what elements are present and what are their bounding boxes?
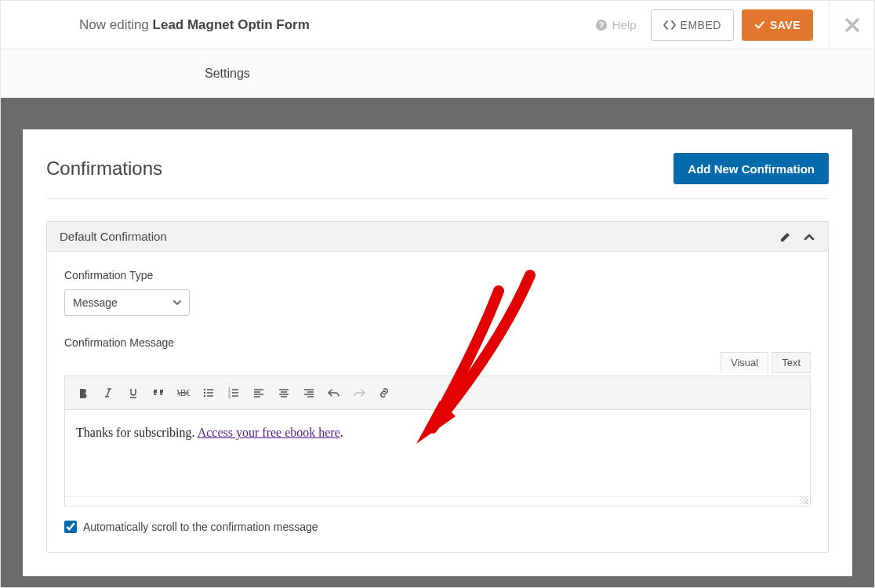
save-label: SAVE bbox=[770, 19, 801, 31]
align-center-button[interactable] bbox=[272, 381, 296, 405]
bold-button[interactable] bbox=[71, 381, 95, 405]
panel-title: Confirmations bbox=[46, 158, 162, 180]
quote-button[interactable] bbox=[147, 381, 170, 405]
editing-title: Now editing Lead Magnet Optin Form bbox=[79, 17, 310, 33]
settings-panel: Confirmations Add New Confirmation Defau… bbox=[23, 129, 852, 576]
type-select[interactable]: Message bbox=[64, 289, 190, 316]
strikethrough-button[interactable]: ABC bbox=[172, 381, 195, 405]
type-select-wrap: Message bbox=[64, 289, 190, 316]
confirmation-header[interactable]: Default Confirmation bbox=[47, 222, 828, 252]
confirmation-body: Confirmation Type Message Confirmation M… bbox=[47, 252, 828, 552]
help-label: Help bbox=[612, 18, 637, 31]
settings-tab[interactable]: Settings bbox=[205, 67, 250, 81]
confirmation-actions bbox=[779, 230, 815, 243]
scroll-checkbox-row[interactable]: Automatically scroll to the confirmation… bbox=[64, 521, 811, 533]
help-link[interactable]: ? Help bbox=[595, 18, 637, 31]
collapse-icon[interactable] bbox=[803, 230, 815, 243]
check-icon bbox=[754, 20, 765, 31]
svg-text:?: ? bbox=[598, 20, 604, 30]
svg-point-4 bbox=[204, 389, 205, 390]
svg-point-5 bbox=[204, 392, 205, 394]
tab-visual[interactable]: Visual bbox=[721, 352, 768, 373]
form-name: Lead Magnet Optin Form bbox=[153, 17, 310, 32]
align-left-button[interactable] bbox=[247, 381, 270, 405]
editing-prefix: Now editing bbox=[79, 17, 153, 32]
scroll-checkbox[interactable] bbox=[64, 521, 77, 533]
editor: ABC 123 Thanks for bbox=[64, 376, 811, 506]
underline-button[interactable] bbox=[122, 381, 145, 405]
type-label: Confirmation Type bbox=[64, 269, 811, 281]
editor-content[interactable]: Thanks for subscribing. Access your free… bbox=[65, 410, 810, 496]
message-label: Confirmation Message bbox=[64, 336, 811, 349]
save-button[interactable]: SAVE bbox=[742, 9, 813, 41]
help-icon: ? bbox=[595, 19, 608, 31]
svg-point-6 bbox=[204, 395, 205, 397]
embed-label: EMBED bbox=[681, 19, 721, 31]
italic-button[interactable] bbox=[96, 381, 120, 405]
stage: Confirmations Add New Confirmation Defau… bbox=[1, 98, 874, 588]
bullet-list-button[interactable] bbox=[197, 381, 220, 405]
close-button[interactable] bbox=[829, 1, 874, 49]
sub-nav: Settings bbox=[1, 49, 874, 98]
undo-button[interactable] bbox=[322, 381, 346, 405]
tab-text[interactable]: Text bbox=[772, 352, 811, 373]
message-link[interactable]: Access your free ebook here bbox=[198, 426, 340, 439]
confirmation-title: Default Confirmation bbox=[60, 230, 167, 243]
editor-tabs: Visual Text bbox=[721, 352, 811, 373]
panel-header: Confirmations Add New Confirmation bbox=[46, 153, 829, 199]
confirmation-block: Default Confirmation Confirmation Type bbox=[46, 221, 829, 553]
add-confirmation-button[interactable]: Add New Confirmation bbox=[673, 153, 829, 184]
top-bar: Now editing Lead Magnet Optin Form ? Hel… bbox=[1, 1, 874, 49]
redo-button[interactable] bbox=[347, 381, 371, 405]
close-icon bbox=[844, 17, 860, 33]
embed-button[interactable]: EMBED bbox=[651, 9, 734, 41]
svg-text:3: 3 bbox=[228, 394, 231, 398]
editor-resize-handle[interactable] bbox=[65, 496, 810, 506]
message-suffix: . bbox=[340, 426, 343, 439]
edit-icon[interactable] bbox=[779, 230, 792, 243]
scroll-checkbox-label: Automatically scroll to the confirmation… bbox=[83, 521, 318, 533]
message-prefix: Thanks for subscribing. bbox=[76, 426, 198, 439]
code-icon bbox=[663, 20, 676, 31]
link-button[interactable] bbox=[372, 381, 396, 405]
numbered-list-button[interactable]: 123 bbox=[222, 381, 245, 405]
editor-toolbar: ABC 123 bbox=[65, 376, 810, 410]
align-right-button[interactable] bbox=[297, 381, 321, 405]
